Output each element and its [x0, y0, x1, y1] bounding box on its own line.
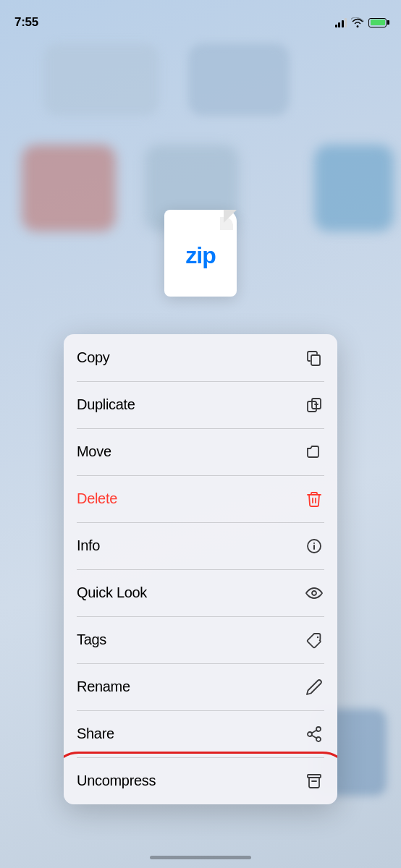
pencil-icon	[304, 678, 324, 696]
uncompress-label: Uncompress	[77, 773, 156, 789]
share-label: Share	[77, 726, 114, 742]
svg-rect-0	[311, 355, 320, 365]
menu-item-rename[interactable]: Rename	[64, 663, 337, 710]
eye-icon	[304, 584, 324, 602]
copy-label: Copy	[77, 349, 110, 366]
status-icons	[335, 17, 387, 27]
bg-decoration	[43, 43, 159, 116]
move-label: Move	[77, 443, 111, 460]
signal-icon	[335, 17, 347, 27]
wifi-icon	[351, 17, 364, 27]
info-icon	[304, 537, 324, 555]
svg-point-9	[313, 542, 315, 544]
zip-label: zip	[185, 242, 215, 269]
svg-point-10	[312, 591, 316, 595]
zip-file-icon: zip	[161, 203, 240, 297]
menu-item-uncompress[interactable]: Uncompress	[64, 757, 337, 804]
bg-decoration	[188, 43, 290, 116]
svg-rect-15	[308, 775, 321, 778]
bg-decoration	[314, 145, 394, 231]
menu-item-info[interactable]: Info	[64, 522, 337, 569]
duplicate-icon	[304, 396, 324, 414]
menu-item-share[interactable]: Share	[64, 710, 337, 757]
archive-icon	[304, 773, 324, 790]
bg-decoration	[22, 145, 116, 231]
menu-item-copy[interactable]: Copy	[64, 334, 337, 381]
status-bar: 7:55	[0, 0, 401, 36]
info-label: Info	[77, 537, 100, 554]
menu-item-duplicate[interactable]: Duplicate	[64, 381, 337, 428]
menu-item-move[interactable]: Move	[64, 428, 337, 475]
menu-item-tags[interactable]: Tags	[64, 616, 337, 663]
svg-point-13	[308, 732, 312, 736]
svg-point-11	[317, 636, 318, 637]
battery-icon	[368, 18, 387, 27]
status-time: 7:55	[14, 15, 38, 30]
tag-icon	[304, 631, 324, 649]
rename-label: Rename	[77, 678, 130, 695]
copy-icon	[304, 349, 324, 367]
delete-label: Delete	[77, 490, 117, 507]
menu-item-quicklook[interactable]: Quick Look	[64, 569, 337, 616]
file-body: zip	[164, 210, 237, 297]
tags-label: Tags	[77, 631, 106, 648]
share-icon	[304, 726, 324, 743]
move-icon	[304, 443, 324, 461]
trash-icon	[304, 490, 324, 508]
svg-point-12	[316, 727, 321, 731]
quicklook-label: Quick Look	[77, 584, 147, 601]
svg-point-14	[316, 737, 321, 741]
context-menu: Copy Duplicate Move Del	[64, 334, 337, 804]
home-indicator	[150, 856, 251, 859]
duplicate-label: Duplicate	[77, 396, 135, 413]
menu-item-delete[interactable]: Delete	[64, 475, 337, 522]
